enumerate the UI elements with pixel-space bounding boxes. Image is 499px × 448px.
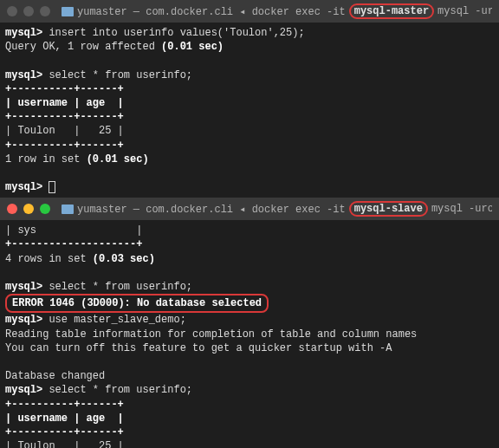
folder-icon (62, 205, 74, 214)
terminal-body-master[interactable]: mysql> insert into userinfo values('Toul… (0, 23, 499, 198)
timing: (0.01 sec) (87, 153, 149, 166)
output-line: 4 rows in set (5, 253, 93, 265)
table-border: +----------+------+ (5, 426, 124, 438)
window-title-master: yumaster — com.docker.cli ◂ docker exec … (62, 3, 492, 19)
table-border: +----------+------+ (5, 140, 124, 152)
prompt: mysql> (5, 69, 49, 81)
prompt: mysql> (5, 384, 49, 396)
timing: (0.01 sec) (161, 41, 224, 53)
terminal-body-slave[interactable]: | sys | +--------------------+ 4 rows in… (0, 220, 499, 448)
sql-command: select * from userinfo; (49, 69, 192, 81)
prompt: mysql> (5, 27, 49, 39)
close-icon[interactable] (7, 6, 17, 16)
sql-command: select * from userinfo; (49, 384, 192, 396)
prompt: mysql> (5, 181, 49, 193)
table-header: | username | age | (5, 412, 124, 425)
minimize-icon[interactable] (23, 204, 34, 214)
table-row: | Toulon | 25 | (5, 125, 124, 137)
terminal-window-slave: yumaster — com.docker.cli ◂ docker exec … (0, 198, 499, 448)
zoom-icon[interactable] (40, 204, 50, 214)
title-suffix: mysql -uroot -p12... (431, 203, 492, 215)
title-suffix: mysql -uroot -p1... (437, 5, 492, 17)
title-prefix: yumaster — com.docker.cli ◂ docker exec … (77, 5, 346, 18)
window-title-slave: yumaster — com.docker.cli ◂ docker exec … (62, 201, 492, 217)
table-border: +----------+------+ (5, 399, 124, 411)
terminal-window-master: yumaster — com.docker.cli ◂ docker exec … (0, 0, 499, 198)
output-line: Reading table information for completion… (5, 328, 417, 341)
sql-command: insert into userinfo values('Toulon',25)… (49, 27, 304, 39)
sql-command: use master_slave_demo; (49, 314, 185, 326)
minimize-icon[interactable] (23, 6, 34, 16)
titlebar-slave[interactable]: yumaster — com.docker.cli ◂ docker exec … (0, 198, 499, 220)
table-border: +----------+------+ (5, 83, 124, 95)
title-highlight-master: mysql-master (349, 3, 434, 19)
output-line: 1 row in set (5, 153, 87, 166)
table-row: | Toulon | 25 | (5, 440, 124, 448)
prompt: mysql> (5, 281, 49, 293)
table-border: +--------------------+ (5, 238, 142, 250)
output-line: You can turn off this feature to get a q… (5, 342, 392, 354)
cursor-icon (49, 181, 55, 193)
close-icon[interactable] (7, 204, 17, 214)
titlebar-master[interactable]: yumaster — com.docker.cli ◂ docker exec … (0, 0, 499, 23)
sql-command: select * from userinfo; (49, 281, 192, 293)
error-message: ERROR 1046 (3D000): No database selected (5, 294, 269, 313)
title-prefix: yumaster — com.docker.cli ◂ docker exec … (77, 203, 346, 216)
table-header: | username | age | (5, 97, 124, 109)
prompt: mysql> (5, 314, 49, 326)
timing: (0.03 sec) (93, 253, 155, 265)
folder-icon (62, 7, 74, 16)
title-highlight-slave: mysql-slave (349, 201, 428, 217)
zoom-icon[interactable] (40, 6, 50, 16)
output-line: Database changed (5, 370, 105, 382)
table-row: | sys | (5, 224, 142, 237)
table-border: +----------+------+ (5, 111, 124, 123)
output-line: Query OK, 1 row affected (5, 41, 161, 53)
